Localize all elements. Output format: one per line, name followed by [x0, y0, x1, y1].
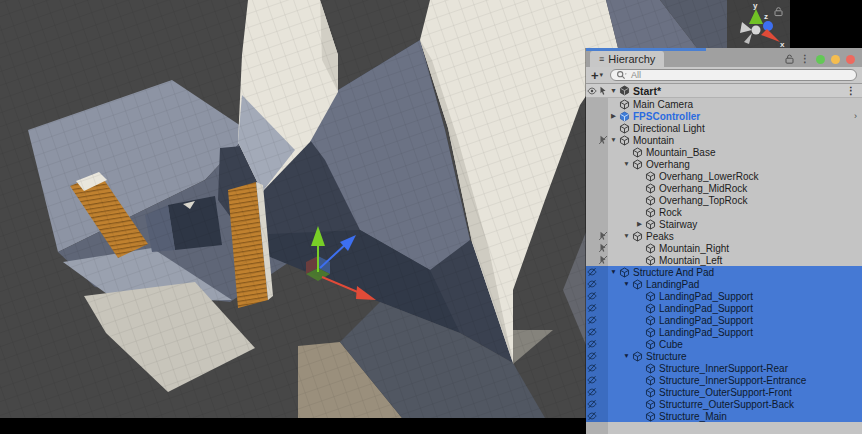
picking-toggle[interactable] — [597, 374, 608, 386]
hierarchy-row[interactable]: ▶ Stairway — [586, 218, 862, 230]
prefab-chevron-icon[interactable]: › — [854, 112, 862, 121]
expand-arrow[interactable]: ▼ — [621, 281, 632, 288]
picking-toggle[interactable] — [597, 170, 608, 182]
hierarchy-row[interactable]: Structure_Main — [586, 410, 862, 422]
visibility-toggle[interactable] — [586, 230, 597, 242]
tab-hierarchy[interactable]: ≡ Hierarchy — [590, 51, 664, 67]
visibility-toggle[interactable] — [586, 362, 597, 374]
visibility-toggle[interactable] — [586, 398, 597, 410]
picking-toggle[interactable] — [597, 338, 608, 350]
visibility-toggle[interactable] — [586, 326, 597, 338]
visibility-toggle[interactable] — [586, 146, 597, 158]
picking-toggle[interactable] — [597, 254, 608, 266]
picking-toggle[interactable] — [597, 218, 608, 230]
visibility-toggle[interactable] — [586, 374, 597, 386]
hierarchy-row[interactable]: LandingPad_Support — [586, 302, 862, 314]
visibility-toggle[interactable] — [586, 386, 597, 398]
visibility-toggle[interactable] — [586, 314, 597, 326]
hierarchy-row[interactable]: Overhang_MidRock — [586, 182, 862, 194]
hierarchy-row[interactable]: Structure_OuterSupport-Front — [586, 386, 862, 398]
picking-toggle[interactable] — [597, 146, 608, 158]
visibility-toggle[interactable] — [586, 242, 597, 254]
picking-toggle[interactable] — [597, 98, 608, 110]
hierarchy-row[interactable]: ▼ Mountain — [586, 134, 862, 146]
scene-picking-icon[interactable] — [597, 84, 608, 97]
hierarchy-row[interactable]: Mountain_Base — [586, 146, 862, 158]
picking-toggle[interactable] — [597, 230, 608, 242]
scene-menu-icon[interactable]: ⋮ — [846, 86, 862, 96]
hierarchy-row[interactable]: Cube — [586, 338, 862, 350]
hierarchy-row[interactable]: ▶ FPSController › — [586, 110, 862, 122]
picking-toggle[interactable] — [597, 206, 608, 218]
hierarchy-row[interactable]: Overhang_TopRock — [586, 194, 862, 206]
visibility-toggle[interactable] — [586, 206, 597, 218]
expand-arrow[interactable]: ▼ — [621, 353, 632, 360]
picking-toggle[interactable] — [597, 182, 608, 194]
hierarchy-row[interactable]: Overhang_LowerRock — [586, 170, 862, 182]
expand-arrow[interactable]: ▼ — [621, 161, 632, 168]
visibility-toggle[interactable] — [586, 278, 597, 290]
picking-toggle[interactable] — [597, 410, 608, 422]
visibility-toggle[interactable] — [586, 290, 597, 302]
visibility-toggle[interactable] — [586, 98, 597, 110]
visibility-toggle[interactable] — [586, 350, 597, 362]
picking-toggle[interactable] — [597, 122, 608, 134]
visibility-toggle[interactable] — [586, 302, 597, 314]
visibility-toggle[interactable] — [586, 110, 597, 122]
hierarchy-row[interactable]: Main Camera — [586, 98, 862, 110]
traffic-light-green[interactable] — [816, 55, 825, 64]
expand-arrow[interactable]: ▼ — [608, 269, 619, 276]
picking-toggle[interactable] — [597, 314, 608, 326]
hierarchy-row[interactable]: Structurre_OuterSupport-Back — [586, 398, 862, 410]
picking-toggle[interactable] — [597, 242, 608, 254]
scene-visibility-icon[interactable] — [586, 84, 597, 97]
picking-toggle[interactable] — [597, 350, 608, 362]
panel-menu-icon[interactable]: ⋮ — [800, 54, 810, 64]
picking-toggle[interactable] — [597, 194, 608, 206]
visibility-toggle[interactable] — [586, 158, 597, 170]
expand-arrow[interactable]: ▶ — [634, 221, 645, 228]
visibility-toggle[interactable] — [586, 122, 597, 134]
hierarchy-row[interactable]: Structure_InnerSupport-Rear — [586, 362, 862, 374]
hierarchy-row[interactable]: LandingPad_Support — [586, 326, 862, 338]
picking-toggle[interactable] — [597, 386, 608, 398]
visibility-toggle[interactable] — [586, 218, 597, 230]
expand-arrow[interactable]: ▼ — [621, 233, 632, 240]
picking-toggle[interactable] — [597, 302, 608, 314]
hierarchy-row[interactable]: LandingPad_Support — [586, 290, 862, 302]
expand-arrow[interactable]: ▼ — [608, 137, 619, 144]
lock-icon[interactable] — [785, 54, 794, 64]
visibility-toggle[interactable] — [586, 254, 597, 266]
orientation-gizmo[interactable]: y z x — [727, 0, 790, 49]
visibility-toggle[interactable] — [586, 194, 597, 206]
picking-toggle[interactable] — [597, 134, 608, 146]
picking-toggle[interactable] — [597, 290, 608, 302]
scene-header-row[interactable]: ▼ Start* ⋮ — [586, 84, 862, 98]
picking-toggle[interactable] — [597, 326, 608, 338]
hierarchy-row[interactable]: ▼ LandingPad — [586, 278, 862, 290]
picking-toggle[interactable] — [597, 110, 608, 122]
picking-toggle[interactable] — [597, 362, 608, 374]
traffic-light-red[interactable] — [846, 55, 855, 64]
expand-arrow[interactable]: ▼ — [608, 87, 619, 94]
picking-toggle[interactable] — [597, 398, 608, 410]
hierarchy-row[interactable]: Mountain_Left — [586, 254, 862, 266]
create-menu-button[interactable]: + ▾ — [591, 69, 603, 82]
hierarchy-row[interactable]: ▼ Peaks — [586, 230, 862, 242]
hierarchy-row[interactable]: ▼ Structure — [586, 350, 862, 362]
visibility-toggle[interactable] — [586, 134, 597, 146]
visibility-toggle[interactable] — [586, 170, 597, 182]
visibility-toggle[interactable] — [586, 266, 597, 278]
hierarchy-row[interactable]: LandingPad_Support — [586, 314, 862, 326]
visibility-toggle[interactable] — [586, 410, 597, 422]
picking-toggle[interactable] — [597, 266, 608, 278]
hierarchy-row[interactable]: Structure_InnerSupport-Entrance — [586, 374, 862, 386]
visibility-toggle[interactable] — [586, 338, 597, 350]
search-input[interactable]: All — [610, 69, 857, 81]
picking-toggle[interactable] — [597, 278, 608, 290]
expand-arrow[interactable]: ▶ — [608, 113, 619, 120]
hierarchy-row[interactable]: Rock — [586, 206, 862, 218]
picking-toggle[interactable] — [597, 158, 608, 170]
hierarchy-row[interactable]: Directional Light — [586, 122, 862, 134]
hierarchy-row[interactable]: ▼ Overhang — [586, 158, 862, 170]
